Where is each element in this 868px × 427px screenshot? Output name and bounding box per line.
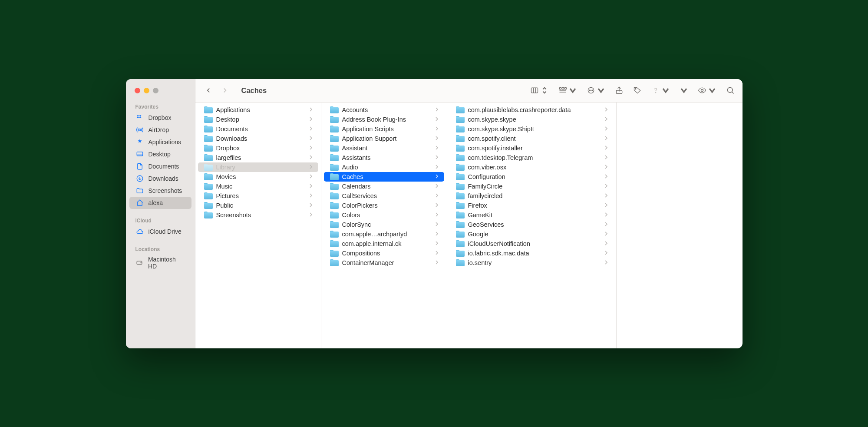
folder-icon bbox=[204, 116, 213, 123]
folder-row[interactable]: io.fabric.sdk.mac.data bbox=[450, 248, 614, 258]
folder-row[interactable]: Compositions bbox=[324, 248, 444, 258]
sidebar-item[interactable]: Applications bbox=[129, 136, 191, 148]
folder-row[interactable]: ContainerManager bbox=[324, 258, 444, 268]
folder-row[interactable]: com.spotify.client bbox=[450, 134, 614, 143]
folder-row[interactable]: Pictures bbox=[198, 191, 318, 201]
folder-icon bbox=[456, 106, 465, 113]
sidebar-item[interactable]: alexa bbox=[129, 197, 191, 209]
folder-name: Pictures bbox=[216, 192, 306, 199]
close-window-button[interactable] bbox=[135, 88, 140, 93]
folder-row[interactable]: familycircled bbox=[450, 191, 614, 201]
folder-row[interactable]: Library bbox=[198, 162, 318, 172]
sidebar-item[interactable]: Screenshots bbox=[129, 185, 191, 197]
group-by-button[interactable] bbox=[558, 86, 577, 95]
back-button[interactable] bbox=[203, 85, 214, 96]
search-button[interactable] bbox=[726, 86, 735, 95]
folder-row[interactable]: Calendars bbox=[324, 182, 444, 191]
folder-row[interactable]: Colors bbox=[324, 210, 444, 220]
sidebar-item[interactable]: Downloads bbox=[129, 172, 191, 185]
folder-row[interactable]: ColorPickers bbox=[324, 201, 444, 210]
share-button[interactable] bbox=[615, 86, 624, 95]
folder-row[interactable]: com.spotify.installer bbox=[450, 143, 614, 153]
sidebar-item[interactable]: Documents bbox=[129, 160, 191, 172]
sidebar-item[interactable]: iCloud Drive bbox=[129, 225, 191, 238]
folder-row[interactable]: Configuration bbox=[450, 172, 614, 182]
folder-row[interactable]: com.skype.skype bbox=[450, 115, 614, 124]
folder-row[interactable]: Audio bbox=[324, 162, 444, 172]
folder-row[interactable]: Application Scripts bbox=[324, 124, 444, 134]
chevron-right-icon bbox=[310, 203, 313, 208]
folder-name: com.plausiblelabs.crashreporter.data bbox=[468, 106, 601, 113]
folder-row[interactable]: Downloads bbox=[198, 134, 318, 143]
folder-icon bbox=[204, 145, 213, 152]
view-columns-button[interactable] bbox=[530, 86, 549, 95]
help-button[interactable] bbox=[651, 86, 670, 95]
folder-row[interactable]: GeoServices bbox=[450, 220, 614, 229]
folder-row[interactable]: com.apple.internal.ck bbox=[324, 239, 444, 248]
chevron-right-icon bbox=[436, 260, 439, 265]
quicklook-button[interactable] bbox=[698, 86, 716, 95]
folder-row[interactable]: largefiles bbox=[198, 153, 318, 162]
sidebar-item[interactable]: Dropbox bbox=[129, 112, 191, 124]
browser-column[interactable]: com.plausiblelabs.crashreporter.datacom.… bbox=[447, 103, 617, 348]
folder-row[interactable]: com.plausiblelabs.crashreporter.data bbox=[450, 105, 614, 115]
folder-name: Movies bbox=[216, 173, 306, 180]
folder-row[interactable]: Application Support bbox=[324, 134, 444, 143]
folder-row[interactable]: Address Book Plug-Ins bbox=[324, 115, 444, 124]
dropdown-button[interactable] bbox=[680, 86, 688, 95]
folder-row[interactable]: Firefox bbox=[450, 201, 614, 210]
folder-name: Screenshots bbox=[216, 212, 306, 218]
sidebar-item[interactable]: Macintosh HD bbox=[129, 254, 191, 271]
svg-line-24 bbox=[732, 92, 733, 93]
sidebar-item[interactable]: Desktop bbox=[129, 148, 191, 160]
folder-row[interactable]: Desktop bbox=[198, 115, 318, 124]
folder-row[interactable]: Dropbox bbox=[198, 143, 318, 153]
folder-row[interactable]: Public bbox=[198, 201, 318, 210]
folder-row[interactable]: Accounts bbox=[324, 105, 444, 115]
folder-row[interactable]: CallServices bbox=[324, 191, 444, 201]
downloads-icon bbox=[135, 174, 144, 183]
folder-name: Accounts bbox=[342, 106, 432, 113]
browser-column[interactable]: AccountsAddress Book Plug-InsApplication… bbox=[321, 103, 447, 348]
folder-icon bbox=[330, 116, 339, 123]
folder-row[interactable]: com.skype.skype.ShipIt bbox=[450, 124, 614, 134]
folder-row[interactable]: com.tdesktop.Telegram bbox=[450, 153, 614, 162]
svg-rect-1 bbox=[137, 152, 143, 156]
folder-row[interactable]: Screenshots bbox=[198, 210, 318, 220]
folder-row[interactable]: Movies bbox=[198, 172, 318, 182]
browser-column[interactable]: ApplicationsDesktopDocumentsDownloadsDro… bbox=[195, 103, 321, 348]
folder-row[interactable]: Assistants bbox=[324, 153, 444, 162]
folder-row[interactable]: io.sentry bbox=[450, 258, 614, 268]
sidebar-item[interactable]: AirDrop bbox=[129, 124, 191, 136]
action-menu-button[interactable] bbox=[587, 86, 605, 95]
tags-button[interactable] bbox=[633, 86, 642, 95]
folder-row[interactable]: ColorSync bbox=[324, 220, 444, 229]
folder-name: Dropbox bbox=[216, 145, 306, 152]
folder-name: com.viber.osx bbox=[468, 164, 601, 171]
folder-name: Google bbox=[468, 231, 601, 238]
folder-row[interactable]: Applications bbox=[198, 105, 318, 115]
folder-name: com.apple.internal.ck bbox=[342, 240, 432, 247]
folder-name: GeoServices bbox=[468, 221, 601, 228]
folder-row[interactable]: iCloudUserNotification bbox=[450, 239, 614, 248]
folder-row[interactable]: Assistant bbox=[324, 143, 444, 153]
zoom-window-button[interactable] bbox=[153, 88, 158, 93]
folder-icon bbox=[330, 240, 339, 247]
folder-row[interactable]: FamilyCircle bbox=[450, 182, 614, 191]
browser-column[interactable] bbox=[617, 103, 743, 348]
folder-row[interactable]: com.viber.osx bbox=[450, 162, 614, 172]
folder-row[interactable]: Caches bbox=[324, 172, 444, 182]
folder-row[interactable]: Google bbox=[450, 229, 614, 239]
folder-name: familycircled bbox=[468, 192, 601, 199]
folder-row[interactable]: Documents bbox=[198, 124, 318, 134]
forward-button[interactable] bbox=[220, 85, 230, 96]
folder-row[interactable]: com.apple…archpartyd bbox=[324, 229, 444, 239]
folder-row[interactable]: Music bbox=[198, 182, 318, 191]
minimize-window-button[interactable] bbox=[144, 88, 149, 93]
sidebar-section-label: Locations bbox=[126, 244, 195, 254]
chevron-right-icon bbox=[310, 184, 313, 189]
svg-point-21 bbox=[655, 92, 656, 93]
folder-row[interactable]: GameKit bbox=[450, 210, 614, 220]
content-area: Caches bbox=[195, 79, 743, 348]
chevron-right-icon bbox=[310, 193, 313, 199]
